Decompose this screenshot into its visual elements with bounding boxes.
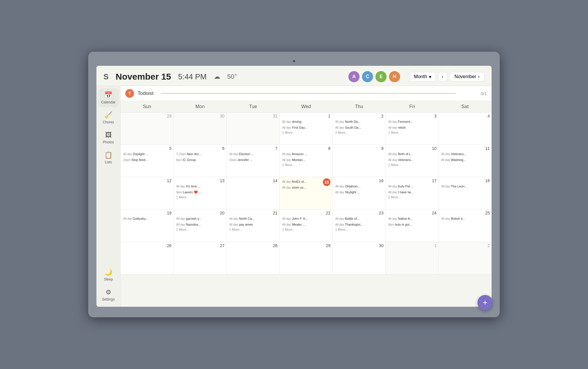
calendar-event[interactable]: All day pay amex bbox=[228, 222, 278, 227]
calendar-event[interactable]: All day Veterans... bbox=[387, 157, 436, 163]
calendar-event[interactable]: 9am Lauren ❤️ ... bbox=[175, 189, 224, 195]
calendar-cell[interactable]: 28 bbox=[227, 242, 280, 274]
calendar-event[interactable]: All day I have tw... bbox=[387, 189, 436, 195]
calendar-cell[interactable]: 21All day North Ca...All day pay amex1 M… bbox=[227, 209, 280, 241]
calendar-cell[interactable]: 5All day Daylight ...10pm Stop feed... bbox=[121, 145, 173, 177]
calendar-event[interactable]: 10pm Stop feed... bbox=[122, 157, 171, 163]
calendar-event[interactable]: All day garnish y... bbox=[175, 216, 224, 222]
more-events-link[interactable]: 1 More... bbox=[281, 130, 330, 135]
calendar-event[interactable]: All day relish bbox=[387, 125, 436, 130]
avatar[interactable]: C bbox=[362, 71, 373, 82]
calendar-event[interactable]: All day Washing... bbox=[440, 157, 490, 163]
prev-button[interactable]: ‹ bbox=[438, 72, 447, 81]
calendar-cell[interactable]: 11All day Veterans...All day Washing... bbox=[439, 145, 492, 177]
calendar-event[interactable]: All day South Da... bbox=[334, 125, 383, 130]
avatar[interactable]: E bbox=[375, 71, 387, 82]
nav-next-button[interactable]: › bbox=[478, 74, 480, 79]
calendar-cell[interactable]: 2 bbox=[439, 242, 492, 274]
calendar-cell[interactable]: 20All day garnish y...All day Nanolea...… bbox=[173, 209, 226, 241]
calendar-event[interactable]: All day North Ca... bbox=[228, 216, 278, 222]
calendar-event[interactable]: All day First Day... bbox=[281, 125, 330, 130]
calendar-event[interactable]: All day It's time ... bbox=[175, 184, 224, 189]
calendar-cell[interactable]: 23All day Battle of...All day Thanksgivi… bbox=[333, 209, 385, 241]
more-events-link[interactable]: 1 More... bbox=[175, 195, 224, 199]
more-events-link[interactable]: 1 More... bbox=[281, 163, 330, 167]
calendar-cell[interactable]: 30 bbox=[173, 113, 226, 145]
calendar-event[interactable]: All day John F. K... bbox=[281, 216, 330, 222]
more-events-link[interactable]: 1 More... bbox=[334, 227, 383, 232]
calendar-cell[interactable]: 3All day Ferment...All day relish1 More.… bbox=[385, 113, 438, 145]
calendar-cell[interactable]: 24All day Native A...6pm hulu is goi... bbox=[385, 209, 438, 241]
sidebar-item-sleep[interactable]: 🌙 Sleep bbox=[98, 266, 119, 284]
cell-date: 17 bbox=[387, 178, 436, 183]
calendar-event[interactable]: 6pm hulu is goi... bbox=[387, 222, 436, 227]
calendar-event[interactable]: All day Oklahom... bbox=[334, 184, 383, 189]
more-events-link[interactable]: 1 More... bbox=[281, 227, 330, 232]
calendar-cell[interactable]: 12 bbox=[121, 177, 173, 209]
calendar-event[interactable]: All day North Da... bbox=[334, 119, 383, 125]
calendar-cell[interactable]: 9 bbox=[333, 145, 385, 177]
calendar-cell[interactable]: 25All day British tr... bbox=[439, 209, 492, 241]
view-selector[interactable]: Month ▾ bbox=[410, 72, 435, 82]
calendar-event[interactable]: All day Gettysby... bbox=[122, 216, 171, 222]
more-events-link[interactable]: 1 More... bbox=[387, 130, 436, 135]
calendar-event[interactable]: 8pm IC Group bbox=[175, 157, 224, 163]
sidebar-item-lists[interactable]: 📋 Lists bbox=[98, 148, 119, 167]
more-events-link[interactable]: 2 More... bbox=[175, 227, 224, 232]
calendar-event[interactable]: All day Meater ... bbox=[281, 222, 330, 227]
calendar-cell[interactable]: 26 bbox=[121, 242, 173, 274]
calendar-cell[interactable]: 1 bbox=[385, 242, 438, 274]
sidebar-item-calendar[interactable]: 📅 Calendar bbox=[98, 88, 119, 107]
calendar-event[interactable]: 10am Jennifer ... bbox=[228, 157, 278, 163]
calendar-cell[interactable]: 30 bbox=[333, 242, 385, 274]
calendar-cell[interactable]: 14 bbox=[227, 177, 280, 209]
more-events-link[interactable]: 1 More... bbox=[387, 163, 436, 167]
more-events-link[interactable]: 2 More... bbox=[387, 195, 436, 199]
calendar-event[interactable]: 7:15am 8am dro... bbox=[175, 151, 224, 157]
calendar-cell[interactable]: 67:15am 8am dro...8pm IC Group bbox=[173, 145, 226, 177]
calendar-event[interactable]: All day AmEx st... bbox=[281, 179, 323, 184]
calendar-cell[interactable]: 19All day Gettysby... bbox=[121, 209, 173, 241]
calendar-event[interactable]: All day Thanksgivi... bbox=[334, 222, 383, 227]
sidebar-item-settings[interactable]: ⚙ Settings bbox=[98, 286, 119, 304]
calendar-cell[interactable]: 22All day John F. K...All day Meater ...… bbox=[280, 209, 333, 241]
calendar-cell[interactable]: 29 bbox=[280, 242, 333, 274]
calendar-event[interactable]: All day Ferment... bbox=[387, 119, 436, 125]
sidebar-item-photos[interactable]: 🖼 Photos bbox=[98, 128, 119, 147]
more-events-link[interactable]: 1 More... bbox=[228, 227, 278, 232]
calendar-event[interactable]: All day British tr... bbox=[440, 216, 490, 222]
day-header: Sun bbox=[121, 101, 173, 112]
calendar-cell[interactable]: 2All day North Da...All day South Da...2… bbox=[333, 113, 385, 145]
calendar-event[interactable]: All day Daylight ... bbox=[122, 151, 171, 157]
calendar-cell[interactable]: 13All day It's time ...9am Lauren ❤️ ...… bbox=[173, 177, 226, 209]
calendar-event[interactable]: All day Skylight ... bbox=[334, 189, 383, 195]
calendar-event[interactable]: All day Nanolea... bbox=[175, 222, 224, 227]
calendar-event[interactable]: All day Election ... bbox=[228, 151, 278, 157]
calendar-cell[interactable]: 31 bbox=[227, 113, 280, 145]
calendar-cell[interactable]: 29 bbox=[121, 113, 173, 145]
calendar-event[interactable]: All day Birth of t... bbox=[387, 151, 436, 157]
calendar-event[interactable]: All day Veterans... bbox=[440, 151, 490, 157]
calendar-event[interactable]: All day The Leon... bbox=[440, 184, 490, 189]
calendar-cell[interactable]: 4 bbox=[439, 113, 492, 145]
calendar-cell[interactable]: 10All day Birth of t...All day Veterans.… bbox=[385, 145, 438, 177]
sidebar-item-chores[interactable]: 🧹 Chores bbox=[98, 108, 119, 127]
calendar-event[interactable]: All day Amazon ... bbox=[281, 151, 330, 157]
calendar-cell[interactable]: 7All day Election ...10am Jennifer ... bbox=[227, 145, 280, 177]
calendar-event[interactable]: All day Eufy Pet ... bbox=[387, 184, 436, 189]
more-events-link[interactable]: 2 More... bbox=[334, 130, 383, 135]
calendar-cell[interactable]: 17All day Eufy Pet ...All day I have tw.… bbox=[385, 177, 438, 209]
calendar-cell[interactable]: 15All day AmEx st...All day store yo... bbox=[280, 177, 333, 209]
calendar-cell[interactable]: 1All day drivingAll day First Day...1 Mo… bbox=[280, 113, 333, 145]
avatar[interactable]: A bbox=[348, 71, 360, 82]
avatar[interactable]: H bbox=[389, 71, 400, 82]
calendar-event[interactable]: All day Montan... bbox=[281, 157, 330, 163]
calendar-event[interactable]: All day Native A... bbox=[387, 216, 436, 222]
calendar-event[interactable]: All day driving bbox=[281, 119, 330, 125]
calendar-event[interactable]: All day Battle of... bbox=[334, 216, 383, 222]
calendar-cell[interactable]: 18All day The Leon... bbox=[439, 177, 492, 209]
calendar-event[interactable]: All day store yo... bbox=[281, 185, 323, 190]
calendar-cell[interactable]: 8All day Amazon ...All day Montan...1 Mo… bbox=[280, 145, 333, 177]
calendar-cell[interactable]: 16All day Oklahom...All day Skylight ... bbox=[333, 177, 385, 209]
calendar-cell[interactable]: 27 bbox=[173, 242, 226, 274]
